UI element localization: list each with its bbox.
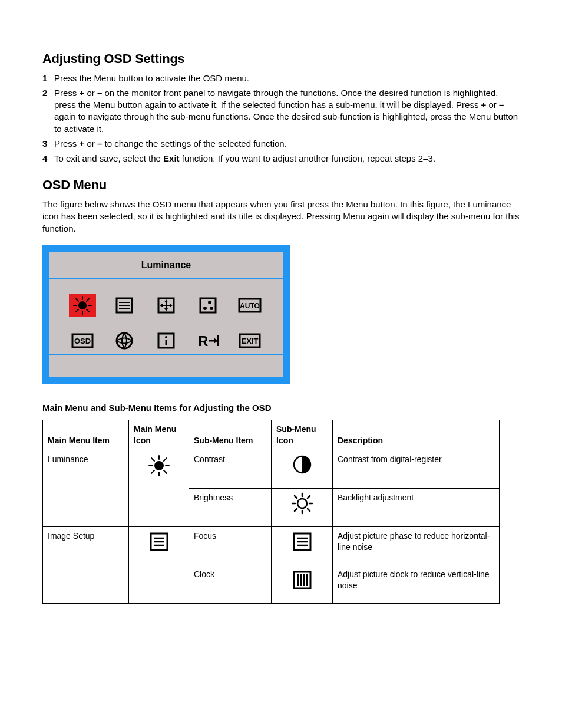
svg-point-23 (210, 307, 213, 310)
osd-window-figure: Luminance (42, 245, 290, 384)
luminance-icon (69, 294, 96, 317)
svg-line-43 (151, 458, 154, 461)
step-2: 2 Press + or – on the monitor front pane… (42, 87, 522, 135)
osd-setup-icon: OSD (69, 329, 96, 353)
table-row: Image Setup Focus Adjust picture pha (43, 526, 500, 565)
step-number: 2 (42, 87, 47, 99)
svg-rect-65 (294, 572, 310, 588)
step-3: 3 Press + or – to change the settings of… (42, 138, 522, 150)
svg-line-8 (87, 299, 89, 301)
svg-marker-17 (164, 308, 168, 311)
col-main-icon: Main Menu Icon (129, 420, 189, 450)
osd-intro-text: The figure below shows the OSD menu that… (42, 199, 522, 235)
svg-text:EXIT: EXIT (242, 337, 259, 345)
step-text: Press the Menu button to activate the OS… (54, 73, 249, 83)
step-text: Press + or – on the monitor front panel … (54, 88, 518, 134)
cell-description: Adjust picture phase to reduce horizonta… (333, 526, 500, 565)
col-main-item: Main Menu Item (43, 420, 129, 450)
section-heading-adjusting: Adjusting OSD Settings (42, 50, 522, 68)
svg-marker-18 (160, 304, 163, 307)
svg-line-53 (295, 496, 297, 498)
cell-sub-item: Contrast (189, 450, 272, 488)
svg-marker-19 (170, 304, 173, 307)
step-4: 4 To exit and save, select the Exit func… (42, 153, 522, 164)
step-text: Press + or – to change the settings of t… (54, 139, 287, 149)
cell-main-item: Luminance (43, 450, 129, 526)
information-icon (153, 329, 180, 353)
svg-point-30 (165, 336, 167, 338)
contrast-icon (272, 450, 333, 488)
svg-point-48 (297, 499, 307, 508)
step-1: 1 Press the Menu button to activate the … (42, 73, 522, 84)
svg-rect-20 (200, 298, 216, 312)
svg-point-38 (155, 462, 163, 470)
cell-description: Contrast from digital-register (333, 450, 500, 488)
cell-sub-item: Focus (189, 526, 272, 565)
cell-main-item: Image Setup (43, 526, 129, 603)
cell-main-icon (129, 450, 189, 526)
svg-line-54 (308, 509, 310, 511)
image-position-icon (153, 294, 180, 317)
cell-sub-item: Clock (189, 565, 272, 603)
col-sub-item: Sub-Menu Item (189, 420, 272, 450)
table-header-row: Main Menu Item Main Menu Icon Sub-Menu I… (43, 420, 500, 450)
reset-icon: R (194, 329, 222, 353)
cell-description: Adjust picture clock to reduce vertical-… (333, 565, 500, 603)
svg-line-55 (295, 509, 297, 511)
svg-point-22 (203, 307, 207, 310)
svg-text:OSD: OSD (74, 337, 91, 345)
svg-line-5 (76, 299, 78, 301)
svg-marker-16 (164, 299, 168, 302)
svg-text:R: R (198, 333, 208, 349)
image-setup-icon (111, 294, 138, 317)
col-description: Description (333, 420, 500, 450)
table-title: Main Menu and Sub-Menu Items for Adjusti… (42, 402, 522, 414)
osd-settings-table: Main Menu Item Main Menu Icon Sub-Menu I… (42, 420, 500, 604)
svg-point-0 (79, 302, 86, 309)
focus-icon (272, 526, 333, 565)
step-number: 3 (42, 138, 47, 150)
svg-line-6 (87, 309, 89, 312)
cell-main-icon (129, 526, 189, 603)
steps-list: 1 Press the Menu button to activate the … (42, 73, 522, 165)
cell-sub-item: Brightness (189, 488, 272, 526)
table-row: Luminance Contrast (43, 450, 500, 488)
color-temp-icon (194, 294, 222, 317)
cell-description: Backlight adjustment (333, 488, 500, 526)
osd-icon-grid: AUTO OSD (49, 279, 283, 354)
svg-text:AUTO: AUTO (240, 302, 260, 310)
language-icon (111, 329, 138, 353)
step-number: 1 (42, 73, 47, 84)
step-text: To exit and save, select the Exit functi… (54, 153, 435, 163)
osd-header: Luminance (49, 252, 283, 278)
clock-icon (272, 565, 333, 603)
exit-icon: EXIT (236, 329, 263, 353)
brightness-icon (272, 488, 333, 526)
section-heading-osd-menu: OSD Menu (42, 176, 522, 194)
svg-line-44 (164, 470, 167, 473)
svg-line-56 (308, 496, 310, 498)
step-number: 4 (42, 153, 47, 164)
svg-line-7 (76, 309, 78, 312)
svg-point-21 (208, 301, 211, 304)
col-sub-icon: Sub-Menu Icon (272, 420, 333, 450)
svg-point-28 (117, 333, 132, 348)
svg-line-46 (164, 458, 167, 461)
svg-line-45 (151, 470, 154, 473)
osd-footer (49, 355, 283, 377)
auto-icon: AUTO (236, 294, 263, 317)
